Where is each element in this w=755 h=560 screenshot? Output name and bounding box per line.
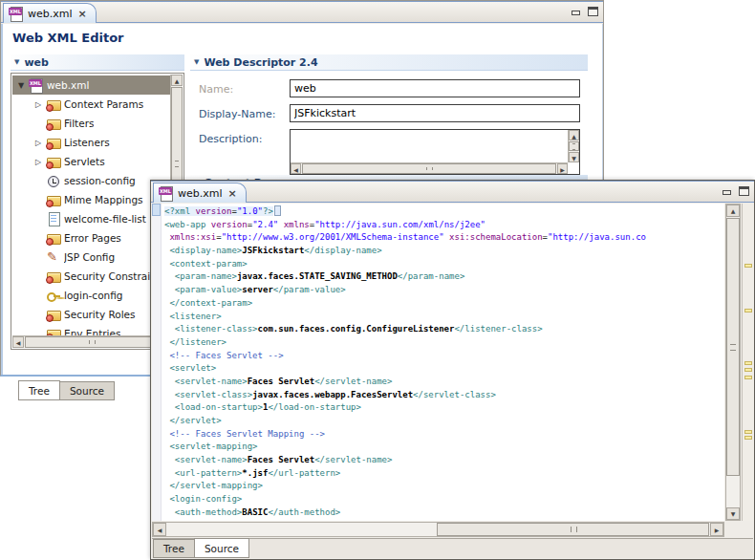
tab-source[interactable]: Source	[194, 538, 249, 558]
code-line[interactable]: </listener>	[164, 336, 724, 350]
code-line[interactable]: <servlet>	[164, 362, 724, 376]
code-line[interactable]: <param-name>javax.faces.STATE_SAVING_MET…	[164, 270, 724, 284]
tree-item-env-entries[interactable]: Env Entries	[12, 324, 170, 335]
code-line[interactable]: </servlet>	[164, 415, 724, 428]
scrollbar-thumb[interactable]	[726, 218, 740, 476]
code-line[interactable]: <servlet-class>javax.faces.webapp.FacesS…	[164, 389, 724, 402]
code-line[interactable]: <listener>	[164, 311, 724, 324]
code-line[interactable]: xmlns:xsi="http://www.w3.org/2001/XMLSch…	[164, 231, 724, 245]
annotation-mark[interactable]	[744, 309, 752, 312]
scrollbar-thumb[interactable]	[437, 523, 709, 536]
tree-item-login-config[interactable]: login-config	[12, 286, 170, 305]
code-line[interactable]: <url-pattern>*.jsf</url-pattern>	[164, 467, 724, 481]
code-line[interactable]: </context-param>	[164, 297, 724, 311]
scroll-up-icon[interactable]	[726, 205, 740, 217]
code-line[interactable]: <servlet-name>Faces Servlet</servlet-nam…	[164, 454, 724, 467]
editor-page-tabs: Tree Source	[18, 379, 114, 400]
collapsed-expander-icon[interactable]: ▷	[33, 158, 43, 166]
editor-page-tabs: Tree Source	[152, 538, 753, 558]
maximize-icon[interactable]	[588, 7, 598, 16]
code-line[interactable]: </login-config>	[164, 520, 724, 522]
editor-tabbar: web.xml ×	[151, 181, 754, 203]
code-line[interactable]: <auth-method>BASIC</auth-method>	[164, 506, 724, 520]
tab-source[interactable]: Source	[59, 381, 115, 400]
scroll-up-icon[interactable]	[569, 130, 579, 140]
tree-item-listeners[interactable]: ▷Listeners	[12, 133, 170, 152]
code-line[interactable]: <web-app version="2.4" xmlns="http://jav…	[164, 219, 724, 232]
scroll-left-icon[interactable]	[153, 523, 166, 536]
editor-vertical-scrollbar[interactable]	[725, 204, 741, 521]
tree-item-label: Error Pages	[64, 232, 121, 244]
tree-section-header[interactable]: web	[11, 54, 184, 71]
section-twistie-icon[interactable]	[194, 58, 199, 66]
tree-item-mime-mappings[interactable]: Mime Mappings	[12, 190, 170, 209]
tree-item-error-pages[interactable]: Error Pages	[12, 228, 170, 248]
tab-tree[interactable]: Tree	[18, 380, 60, 400]
tree-item-web-xml[interactable]: ▼web.xml	[12, 75, 170, 95]
scrollbar-thumb[interactable]	[25, 336, 159, 348]
tree-item-jsp-config[interactable]: JSP Config	[12, 248, 170, 267]
code-line[interactable]: <!-- Faces Servlet Mapping -->	[164, 428, 724, 442]
annotation-mark[interactable]	[744, 264, 752, 268]
tree-item-security-constraints[interactable]: Security Constraints	[12, 267, 170, 286]
minimize-icon[interactable]	[571, 7, 581, 16]
scrollbar-thumb[interactable]	[302, 163, 556, 174]
code-line[interactable]: <context-param>	[164, 258, 724, 271]
display-name-field[interactable]	[290, 104, 580, 122]
xml-file-icon	[9, 7, 24, 21]
tree-item-welcome-file-list[interactable]: welcome-file-list	[12, 209, 170, 228]
tree-horizontal-scrollbar[interactable]	[12, 335, 170, 348]
code-line[interactable]: <listener-class>com.sun.faces.config.Con…	[164, 323, 724, 336]
name-label: Name:	[199, 83, 233, 96]
minimize-icon[interactable]	[722, 186, 732, 196]
web-descriptor-header[interactable]: Web Descriptor 2.4	[190, 54, 588, 71]
scroll-down-icon[interactable]	[569, 152, 579, 162]
tree-item-servlets[interactable]: ▷Servlets	[12, 152, 170, 171]
scroll-up-icon[interactable]	[171, 75, 183, 86]
code-line[interactable]: <load-on-startup>1</load-on-startup>	[164, 401, 724, 415]
annotation-mark[interactable]	[744, 430, 752, 434]
scrollbar-thumb[interactable]	[569, 141, 579, 151]
code-line[interactable]: <!-- Faces Servlet -->	[164, 350, 724, 363]
tree-item-security-roles[interactable]: Security Roles	[12, 305, 170, 324]
annotation-mark[interactable]	[744, 368, 752, 372]
scroll-right-icon[interactable]	[710, 523, 723, 536]
tree-item-label: login-config	[64, 290, 123, 301]
annotation-mark[interactable]	[744, 436, 752, 440]
scroll-left-icon[interactable]	[12, 336, 24, 348]
collapsed-expander-icon[interactable]: ▷	[33, 100, 43, 109]
scroll-down-icon[interactable]	[726, 507, 740, 520]
scroll-right-icon[interactable]	[557, 163, 568, 174]
section-twistie-icon[interactable]	[14, 58, 19, 66]
tree-item-label: Servlets	[64, 156, 105, 167]
collapsed-expander-icon[interactable]: ▷	[33, 139, 43, 147]
xml-source-editor[interactable]: <?xml version="1.0"?><web-app version="2…	[152, 204, 724, 521]
annotation-mark[interactable]	[744, 376, 752, 379]
code-line[interactable]: <servlet-name>Faces Servlet</servlet-nam…	[164, 376, 724, 389]
cursor-box	[274, 205, 281, 216]
annotation-mark[interactable]	[744, 361, 752, 365]
maximize-icon[interactable]	[739, 186, 749, 196]
name-field[interactable]	[290, 79, 580, 97]
code-line[interactable]: </servlet-mapping>	[164, 480, 724, 493]
tab-tree[interactable]: Tree	[153, 539, 195, 558]
code-line[interactable]: <display-name>JSFkickstart</display-name…	[164, 245, 724, 258]
expanded-expander-icon[interactable]: ▼	[16, 81, 26, 90]
editor-tab-web-xml[interactable]: web.xml ×	[3, 3, 97, 23]
code-line[interactable]: <param-value>server</param-value>	[164, 284, 724, 297]
code-line[interactable]: <?xml version="1.0"?>	[164, 205, 724, 219]
tree-item-context-params[interactable]: ▷Context Params	[12, 95, 170, 114]
close-tab-icon[interactable]: ×	[78, 8, 87, 20]
description-vertical-scrollbar[interactable]	[568, 130, 579, 162]
close-tab-icon[interactable]: ×	[228, 187, 237, 200]
description-horizontal-scrollbar[interactable]	[291, 162, 568, 174]
editor-tab-web-xml[interactable]: web.xml ×	[153, 183, 247, 203]
tree-item-filters[interactable]: Filters	[12, 114, 170, 133]
scroll-left-icon[interactable]	[291, 163, 301, 174]
code-line[interactable]: <servlet-mapping>	[164, 441, 724, 454]
description-field[interactable]	[290, 129, 580, 175]
editor-horizontal-scrollbar[interactable]	[152, 522, 724, 537]
annotation-ruler	[152, 204, 162, 521]
code-line[interactable]: <login-config>	[164, 493, 724, 506]
tree-item-session-config[interactable]: session-config	[12, 171, 170, 190]
